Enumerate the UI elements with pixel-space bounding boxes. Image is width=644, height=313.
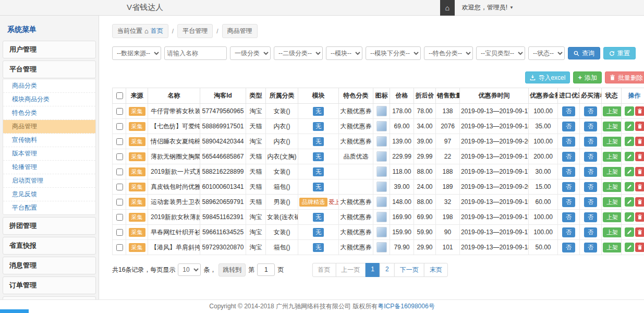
delete-button[interactable] xyxy=(635,152,644,161)
import-pick-button[interactable]: 否 xyxy=(562,243,575,252)
import-pick-button[interactable]: 否 xyxy=(562,227,575,237)
sidebar-subitem-宣传物料[interactable]: 宣传物料 xyxy=(3,134,95,147)
import-pick-button[interactable]: 否 xyxy=(562,212,575,222)
status-button[interactable]: 上架 xyxy=(603,122,622,131)
sidebar-item-5[interactable]: 订单管理 xyxy=(3,276,96,294)
row-checkbox[interactable] xyxy=(116,168,123,175)
sidebar-subitem-模块商品分类[interactable]: 模块商品分类 xyxy=(3,93,95,106)
import-pick-button[interactable]: 否 xyxy=(562,106,575,116)
edit-button[interactable] xyxy=(625,137,634,146)
import-pick-button[interactable]: 否 xyxy=(562,122,575,131)
delete-button[interactable] xyxy=(635,106,644,116)
page-button-1[interactable]: 1 xyxy=(365,263,380,277)
status-button[interactable]: 上架 xyxy=(603,167,622,177)
sidebar-subitem-启动页管理[interactable]: 启动页管理 xyxy=(3,174,95,188)
must-buy-button[interactable]: 否 xyxy=(584,122,597,131)
sidebar-subitem-商品管理[interactable]: 商品管理 xyxy=(3,120,95,134)
status-button[interactable]: 上架 xyxy=(603,182,622,192)
user-menu[interactable]: 欢迎您，管理员! ▼ xyxy=(462,3,514,12)
must-buy-button[interactable]: 否 xyxy=(584,243,597,252)
row-checkbox[interactable] xyxy=(116,153,123,160)
filter-select-7[interactable]: --宝贝类型-- xyxy=(476,46,525,60)
breadcrumb-home-link[interactable]: 首页 xyxy=(151,27,163,35)
edit-button[interactable] xyxy=(625,152,634,161)
filter-select-0[interactable]: --数据来源-- xyxy=(112,46,161,60)
must-buy-button[interactable]: 否 xyxy=(584,182,597,192)
must-buy-button[interactable]: 否 xyxy=(584,167,597,177)
row-checkbox[interactable] xyxy=(116,229,123,236)
select-all-checkbox[interactable] xyxy=(116,92,123,99)
edit-button[interactable] xyxy=(625,197,634,207)
filter-select-3[interactable]: --二级分类-- xyxy=(274,46,323,60)
row-checkbox[interactable] xyxy=(116,214,123,221)
import-pick-button[interactable]: 否 xyxy=(562,152,575,162)
filter-select-8[interactable]: --状态-- xyxy=(528,46,565,60)
sidebar-subitem-商品分类[interactable]: 商品分类 xyxy=(3,79,95,93)
search-button[interactable]: 查询 xyxy=(568,47,600,59)
sidebar-subitem-平台配置[interactable]: 平台配置 xyxy=(3,201,95,214)
delete-button[interactable] xyxy=(635,167,644,176)
must-buy-button[interactable]: 否 xyxy=(584,197,597,207)
batch-delete-button[interactable]: 批量删除 xyxy=(605,71,644,83)
status-button[interactable]: 上架 xyxy=(603,227,622,237)
sidebar-item-2[interactable]: 拼团管理 xyxy=(3,217,96,235)
delete-button[interactable] xyxy=(635,182,644,191)
delete-button[interactable] xyxy=(635,243,644,252)
jump-button[interactable]: 跳转到 xyxy=(218,263,246,276)
row-checkbox[interactable] xyxy=(116,184,123,190)
status-button[interactable]: 上架 xyxy=(603,137,622,147)
delete-button[interactable] xyxy=(635,122,644,131)
status-button[interactable]: 上架 xyxy=(603,212,622,222)
home-icon[interactable]: ⌂ xyxy=(440,0,455,16)
must-buy-button[interactable]: 否 xyxy=(584,137,597,147)
sidebar-item-3[interactable]: 省直快报 xyxy=(3,237,96,255)
edit-button[interactable] xyxy=(625,182,634,191)
import-pick-button[interactable]: 否 xyxy=(562,167,575,177)
reset-button[interactable]: 重置 xyxy=(603,47,636,59)
row-checkbox[interactable] xyxy=(116,123,123,130)
page-button-下一页[interactable]: 下一页 xyxy=(394,263,424,277)
filter-select-6[interactable]: --特色分类-- xyxy=(424,46,473,60)
page-button-首页[interactable]: 首页 xyxy=(312,263,336,277)
edit-button[interactable] xyxy=(625,243,634,252)
import-pick-button[interactable]: 否 xyxy=(562,182,575,192)
status-button[interactable]: 上架 xyxy=(603,197,622,207)
edit-button[interactable] xyxy=(625,106,634,116)
must-buy-button[interactable]: 否 xyxy=(584,227,597,237)
breadcrumb-item-platform[interactable]: 平台管理 xyxy=(177,24,213,38)
import-pick-button[interactable]: 否 xyxy=(562,137,575,147)
sidebar-item-0[interactable]: 用户管理 xyxy=(3,41,96,58)
delete-button[interactable] xyxy=(635,227,644,237)
sidebar-subitem-意见反馈[interactable]: 意见反馈 xyxy=(3,188,95,201)
must-buy-button[interactable]: 否 xyxy=(584,152,597,162)
page-button-2[interactable]: 2 xyxy=(380,263,395,277)
page-size-select[interactable]: 10 xyxy=(178,263,201,276)
sidebar-subitem-版本管理[interactable]: 版本管理 xyxy=(3,147,95,161)
delete-button[interactable] xyxy=(635,197,644,207)
filter-select-5[interactable]: --模块下分类-- xyxy=(366,46,421,60)
edit-button[interactable] xyxy=(625,167,634,176)
filter-name-input[interactable] xyxy=(164,46,227,60)
filter-select-2[interactable]: 一级分类 xyxy=(230,46,271,60)
sidebar-item-1[interactable]: 平台管理 xyxy=(3,61,96,78)
status-button[interactable]: 上架 xyxy=(603,243,622,252)
filter-select-4[interactable]: --模块-- xyxy=(326,46,362,60)
import-excel-button[interactable]: 导入excel xyxy=(525,71,570,83)
delete-button[interactable] xyxy=(635,137,644,146)
row-checkbox[interactable] xyxy=(116,138,123,145)
delete-button[interactable] xyxy=(635,212,644,222)
sidebar-item-4[interactable]: 消息管理 xyxy=(3,257,96,274)
must-buy-button[interactable]: 否 xyxy=(584,106,597,116)
breadcrumb-item-products[interactable]: 商品管理 xyxy=(222,24,258,38)
icp-link[interactable]: 粤ICP备16098006号 xyxy=(378,302,434,311)
sidebar-subitem-轮播管理[interactable]: 轮播管理 xyxy=(3,161,95,174)
status-button[interactable]: 上架 xyxy=(603,152,622,162)
edit-button[interactable] xyxy=(625,212,634,222)
import-pick-button[interactable]: 否 xyxy=(562,197,575,207)
sidebar-subitem-特色分类[interactable]: 特色分类 xyxy=(3,106,95,120)
edit-button[interactable] xyxy=(625,227,634,237)
page-button-末页[interactable]: 末页 xyxy=(424,263,448,277)
add-button[interactable]: + 添加 xyxy=(573,71,602,83)
row-checkbox[interactable] xyxy=(116,108,123,115)
edit-button[interactable] xyxy=(625,122,634,131)
